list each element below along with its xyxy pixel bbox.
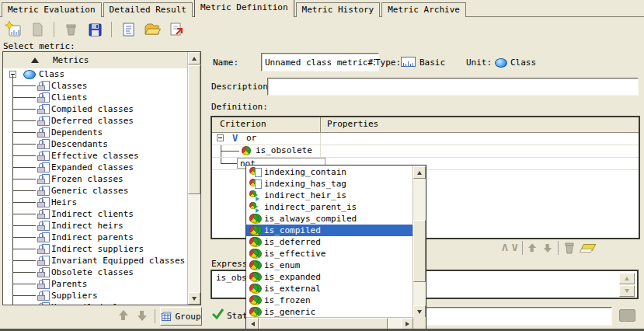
toolbar-separator bbox=[558, 241, 559, 255]
metric-tree-item[interactable]: Obsolete classes bbox=[3, 267, 188, 278]
criterion-option[interactable]: indirect_parent_is bbox=[246, 201, 413, 213]
metric-tree-item-label: Suppliers bbox=[51, 291, 98, 301]
criterion-option[interactable]: is_frozen bbox=[246, 294, 413, 306]
metric-tree-item[interactable]: Frozen classes bbox=[3, 173, 188, 185]
open-metric-file-button[interactable] bbox=[142, 19, 162, 40]
definition-row-or[interactable]: V or bbox=[212, 133, 639, 145]
metric-tree-item-label: Descendants bbox=[51, 139, 108, 149]
criterion-option-label: indirect_parent_is bbox=[264, 202, 357, 212]
down-arrow-icon bbox=[417, 310, 422, 314]
move-metric-up-button[interactable] bbox=[118, 310, 130, 322]
criterion-column-header[interactable]: Criterion bbox=[212, 117, 321, 132]
metric-tree-item[interactable]: Compiled classes bbox=[3, 103, 188, 115]
document-export-icon bbox=[167, 20, 186, 39]
predefined-metric-icon bbox=[37, 127, 50, 138]
metric-tree-item[interactable]: Deferred classes bbox=[3, 115, 188, 127]
metric-tree-item[interactable]: Classes bbox=[3, 80, 188, 92]
group-toggle-button[interactable]: Group bbox=[160, 307, 202, 326]
metric-tree-root-class[interactable]: Class bbox=[3, 68, 188, 80]
move-metric-down-button[interactable] bbox=[137, 310, 148, 322]
metric-tree-item[interactable]: Generic classes bbox=[3, 185, 188, 197]
metric-tree-item[interactable]: Expanded classes bbox=[3, 162, 188, 173]
metric-tree-item[interactable]: Indirect heirs bbox=[3, 220, 188, 232]
description-input[interactable] bbox=[267, 78, 639, 96]
criterion-option-label: is_effective bbox=[264, 249, 325, 259]
criterion-option[interactable]: is_deferred bbox=[246, 236, 413, 248]
metric-tree-item[interactable]: Clients bbox=[3, 92, 188, 103]
move-criterion-up-button[interactable] bbox=[527, 243, 538, 253]
collapse-icon[interactable] bbox=[217, 134, 224, 141]
unit-value: Class bbox=[510, 57, 536, 68]
expression-scroll-up-button[interactable] bbox=[619, 273, 635, 284]
and-operator-button[interactable]: Λ bbox=[502, 241, 508, 255]
properties-column-header[interactable]: Properties bbox=[321, 117, 639, 132]
save-metric-button[interactable] bbox=[85, 19, 105, 40]
metric-tree-item[interactable]: Effective classes bbox=[3, 150, 188, 162]
metric-tree-item[interactable]: Suppliers bbox=[3, 290, 188, 301]
tree-vertical-scrollbar[interactable] bbox=[187, 52, 200, 305]
predefined-metric-icon bbox=[37, 302, 50, 305]
scrollbar-corner bbox=[413, 317, 426, 329]
criterion-icon bbox=[249, 260, 262, 270]
criterion-option[interactable]: is_expanded bbox=[246, 271, 413, 283]
export-metrics-button[interactable] bbox=[166, 19, 186, 40]
new-metric-button[interactable] bbox=[3, 19, 23, 40]
criterion-option[interactable]: is_enum bbox=[246, 260, 413, 271]
delete-metric-button[interactable] bbox=[61, 19, 81, 40]
scrollbar-thumb[interactable] bbox=[188, 65, 200, 194]
metric-tree-item-label: Indirect heirs bbox=[51, 221, 124, 231]
scroll-up-button[interactable] bbox=[188, 52, 200, 64]
metric-tree-item[interactable]: Indirect suppliers bbox=[3, 243, 188, 255]
criterion-option-label: is_expanded bbox=[264, 272, 321, 282]
criterion-option[interactable]: is_compiled bbox=[246, 225, 413, 236]
import-metrics-button[interactable] bbox=[118, 19, 138, 40]
metric-tree-item[interactable]: Indirect clients bbox=[3, 208, 188, 220]
footer-separator bbox=[155, 309, 155, 323]
criterion-icon bbox=[249, 272, 262, 282]
open-folder-icon bbox=[143, 20, 162, 39]
metric-tool-window: Metric Evaluation Detailed Result Metric… bbox=[0, 0, 644, 331]
scroll-right-button[interactable] bbox=[401, 318, 413, 329]
tab-metric-definition[interactable]: Metric Definition bbox=[194, 0, 294, 17]
metric-tree-item[interactable]: Indirect parents bbox=[3, 232, 188, 243]
criterion-option[interactable]: is_external bbox=[246, 283, 413, 294]
expression-scroll-down-button[interactable] bbox=[619, 285, 635, 297]
scroll-down-button[interactable] bbox=[188, 292, 200, 305]
scrollbar-thumb[interactable] bbox=[413, 220, 426, 282]
criterion-icon bbox=[249, 284, 262, 294]
criterion-option-label: is_generic bbox=[264, 307, 315, 317]
scrollbar-thumb[interactable] bbox=[259, 318, 388, 329]
metric-tree-item[interactable]: Parents bbox=[3, 278, 188, 290]
criterion-option[interactable]: indexing_contain bbox=[246, 166, 413, 178]
up-arrow-icon bbox=[625, 277, 629, 280]
move-criterion-down-button[interactable] bbox=[543, 243, 553, 253]
dropdown-horizontal-scrollbar[interactable] bbox=[246, 317, 413, 329]
metric-tree-panel: Metrics Class Classes Clients bbox=[2, 51, 201, 305]
definition-row-criterion[interactable]: is_obsolete bbox=[212, 145, 639, 158]
criterion-option[interactable]: is_effective bbox=[246, 248, 413, 260]
metric-tree-item[interactable]: Uncompiled classes bbox=[3, 301, 188, 305]
criterion-option[interactable]: is_always_compiled bbox=[246, 213, 413, 225]
metric-tree-header[interactable]: Metrics bbox=[3, 52, 200, 69]
tab-metric-history[interactable]: Metric History bbox=[296, 2, 381, 17]
tab-metric-evaluation[interactable]: Metric Evaluation bbox=[2, 2, 102, 17]
scroll-up-button[interactable] bbox=[413, 166, 426, 179]
metric-tree-item[interactable]: Dependents bbox=[3, 127, 188, 138]
tab-metric-archive[interactable]: Metric Archive bbox=[381, 2, 466, 17]
or-operator-button[interactable]: V bbox=[512, 241, 518, 255]
criterion-option[interactable]: indexing_has_tag bbox=[246, 178, 413, 190]
duplicate-metric-button[interactable] bbox=[27, 19, 47, 40]
erase-definition-button[interactable] bbox=[580, 243, 594, 253]
criterion-option[interactable]: is_generic bbox=[246, 306, 413, 318]
criterion-option[interactable]: indirect_heir_is bbox=[246, 190, 413, 201]
metric-tree-item[interactable]: Invariant Equipped classes bbox=[3, 255, 188, 267]
metric-tree-item[interactable]: Heirs bbox=[3, 197, 188, 208]
scroll-left-button[interactable] bbox=[246, 318, 259, 329]
delete-criterion-button[interactable] bbox=[562, 241, 576, 255]
name-input[interactable] bbox=[261, 53, 379, 71]
scroll-down-button[interactable] bbox=[413, 305, 426, 318]
metric-tree-item[interactable]: Descendants bbox=[3, 138, 188, 150]
tab-detailed-result[interactable]: Detailed Result bbox=[103, 2, 193, 17]
dropdown-vertical-scrollbar[interactable] bbox=[413, 166, 426, 318]
comment-bubble-icon[interactable] bbox=[619, 309, 635, 322]
